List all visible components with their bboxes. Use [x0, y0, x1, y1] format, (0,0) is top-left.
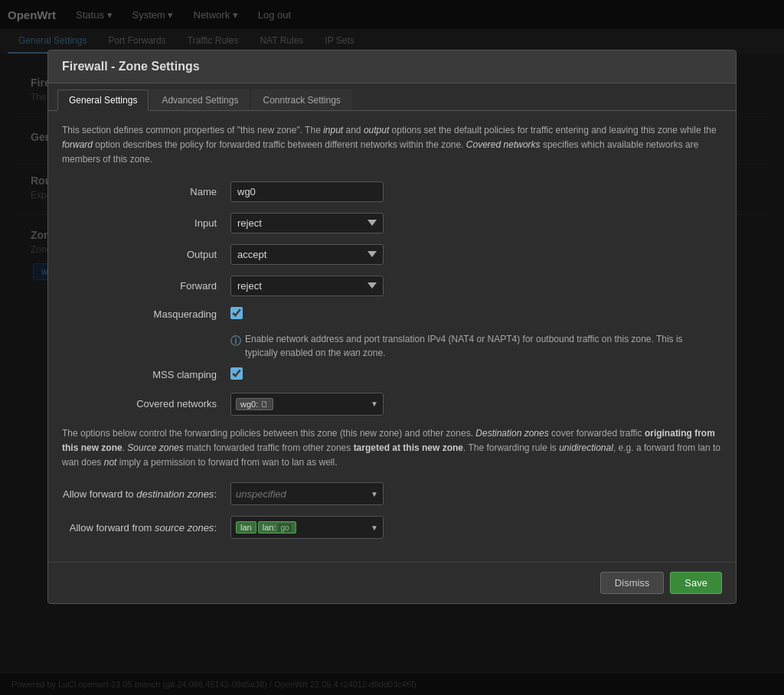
mss-checkbox[interactable] — [230, 367, 243, 380]
forward-row: Forward reject accept drop — [62, 276, 722, 296]
masquerading-row: Masquerading — [62, 307, 722, 321]
forwarding-info: The options below control the forwarding… — [62, 426, 722, 471]
forward-dest-row: Allow forward to destination zones: unsp… — [62, 482, 722, 505]
output-label: Output — [62, 249, 230, 260]
masquerading-help-text: Enable network address and port translat… — [245, 332, 690, 360]
forward-label: Forward — [62, 280, 230, 292]
forward-dest-placeholder: unspecified — [236, 488, 286, 500]
help-icon: ⓘ — [230, 333, 241, 349]
input-control: reject accept drop — [230, 213, 384, 233]
forward-dest-chevron: ▼ — [371, 490, 378, 498]
section-info-text: This section defines common properties o… — [62, 123, 722, 168]
tab-conntrack-settings[interactable]: Conntrack Settings — [251, 90, 351, 110]
covered-networks-control: wg0: 🗋 ▼ — [230, 393, 384, 416]
modal-footer: Dismiss Save — [48, 562, 736, 603]
input-label: Input — [62, 217, 230, 229]
forward-src-chevron: ▼ — [371, 524, 378, 532]
forward-src-label: Allow forward from source zones: — [62, 522, 230, 533]
firewall-zone-modal: Firewall - Zone Settings General Setting… — [47, 50, 737, 604]
forward-src-select[interactable]: lan lan: go ▼ — [230, 516, 384, 539]
zone-tag-lan: lan — [236, 521, 256, 533]
forward-dest-control: unspecified ▼ — [230, 482, 384, 505]
tab-general-settings[interactable]: General Settings — [57, 90, 149, 111]
save-button[interactable]: Save — [670, 572, 722, 594]
covered-networks-label: Covered networks — [62, 398, 230, 409]
forward-dest-select[interactable]: unspecified ▼ — [230, 482, 384, 505]
masquerading-help: ⓘ Enable network address and port transl… — [230, 332, 690, 360]
covered-networks-chevron: ▼ — [371, 400, 378, 408]
name-control — [230, 181, 384, 202]
zone-tag-go-label: go — [278, 524, 291, 532]
masquerading-control — [230, 307, 243, 321]
input-row: Input reject accept drop — [62, 213, 722, 233]
forward-src-control: lan lan: go ▼ — [230, 516, 384, 539]
forward-select[interactable]: reject accept drop — [230, 276, 384, 296]
tab-advanced-settings[interactable]: Advanced Settings — [150, 90, 250, 110]
mss-control — [230, 367, 243, 382]
forward-control: reject accept drop — [230, 276, 384, 296]
name-label: Name — [62, 186, 230, 197]
modal-header: Firewall - Zone Settings — [48, 51, 736, 83]
modal-body: This section defines common properties o… — [48, 111, 736, 562]
output-select[interactable]: accept reject drop — [230, 244, 384, 265]
output-row: Output accept reject drop — [62, 244, 722, 265]
covered-networks-row: Covered networks wg0: 🗋 ▼ — [62, 393, 722, 416]
forward-dest-label: Allow forward to destination zones: — [62, 488, 230, 500]
mss-row: MSS clamping — [62, 367, 722, 382]
covered-networks-tag-icon: 🗋 — [260, 400, 269, 409]
covered-networks-tag-wg0: wg0: 🗋 — [236, 398, 273, 410]
output-control: accept reject drop — [230, 244, 384, 265]
masquerading-label: Masquerading — [62, 308, 230, 320]
forward-src-row: Allow forward from source zones: lan lan… — [62, 516, 722, 539]
modal-tabs: General Settings Advanced Settings Connt… — [48, 83, 736, 111]
covered-networks-tag-label: wg0: — [240, 400, 258, 409]
covered-networks-select[interactable]: wg0: 🗋 ▼ — [230, 393, 384, 416]
input-select[interactable]: reject accept drop — [230, 213, 384, 233]
zone-tag-lan-label: lan — [240, 523, 252, 532]
name-row: Name — [62, 181, 722, 202]
zone-tag-lan-go-label: lan: — [263, 523, 276, 532]
name-input[interactable] — [230, 181, 384, 202]
dismiss-button[interactable]: Dismiss — [600, 572, 665, 594]
mss-label: MSS clamping — [62, 369, 230, 380]
zone-tag-lan-go: lan: go — [258, 521, 296, 533]
masquerading-checkbox[interactable] — [230, 307, 243, 319]
modal-title: Firewall - Zone Settings — [62, 60, 200, 73]
